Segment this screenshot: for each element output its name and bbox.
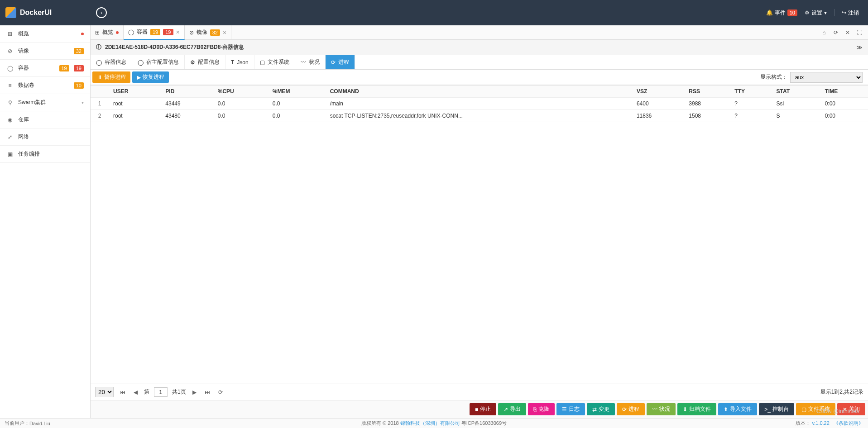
- subtab-4[interactable]: ▢文件系统: [254, 55, 295, 69]
- close-tab-button[interactable]: ✕: [843, 28, 853, 38]
- page-size-select[interactable]: 20: [95, 387, 114, 397]
- action-button-0[interactable]: ■停止: [470, 403, 496, 415]
- close-icon[interactable]: ×: [223, 29, 226, 36]
- action-button-11[interactable]: ✕关闭: [837, 403, 865, 415]
- action-button-7[interactable]: ⬇归档文件: [677, 403, 716, 415]
- column-header[interactable]: TIME: [820, 86, 868, 98]
- subtab-2[interactable]: ⚙配置信息: [185, 55, 225, 69]
- first-page-button[interactable]: ⏮: [118, 388, 127, 396]
- expand-button[interactable]: ≫: [857, 44, 863, 51]
- page-input[interactable]: [154, 387, 168, 397]
- column-header[interactable]: VSZ: [632, 86, 684, 98]
- action-label: 关闭: [849, 405, 860, 413]
- subtab-5[interactable]: 〰状况: [295, 55, 326, 69]
- refresh-button[interactable]: ⟳: [831, 28, 841, 38]
- tab-icon: ⊘: [189, 29, 194, 36]
- events-button[interactable]: 🔔 事件 10: [766, 9, 797, 17]
- prev-page-button[interactable]: ◀: [132, 388, 139, 396]
- chevron-down-icon: ▾: [82, 100, 84, 105]
- tab-1[interactable]: ◯容器1919×: [124, 25, 185, 40]
- column-header[interactable]: COMMAND: [326, 86, 632, 98]
- tab-label: 容器: [137, 28, 148, 36]
- subtab-6[interactable]: ⟳进程: [326, 55, 355, 69]
- column-header[interactable]: RSS: [684, 86, 730, 98]
- action-label: 导出: [510, 405, 521, 413]
- row-index: 1: [91, 98, 109, 110]
- tab-0[interactable]: ⊞概览: [91, 25, 124, 40]
- action-button-6[interactable]: 〰状况: [647, 403, 676, 415]
- sidebar-item-5[interactable]: ◉仓库: [0, 111, 90, 128]
- version-link[interactable]: v.1.0.22: [812, 420, 830, 426]
- format-select[interactable]: aux: [790, 72, 863, 83]
- sidebar-item-7[interactable]: ▣任务编排: [0, 146, 90, 163]
- subtab-label: 宿主配置信息: [146, 58, 179, 66]
- sidebar-item-2[interactable]: ◯容器1919: [0, 60, 90, 77]
- action-button-4[interactable]: ⇄变更: [587, 403, 615, 415]
- tab-actions: ⌂ ⟳ ✕ ⛶: [819, 28, 868, 38]
- back-button[interactable]: ‹: [96, 7, 107, 18]
- sidebar-label: Swarm集群: [18, 99, 77, 106]
- action-button-3[interactable]: ☰日志: [556, 403, 585, 415]
- action-button-10[interactable]: ▢文件系统: [796, 403, 835, 415]
- close-icon[interactable]: ×: [176, 29, 180, 36]
- pause-label: 暂停进程: [104, 73, 126, 81]
- sidebar-icon: ⊘: [6, 48, 14, 54]
- settings-label: 设置: [811, 9, 822, 17]
- column-header[interactable]: [91, 86, 109, 98]
- refresh-page-button[interactable]: ⟳: [216, 388, 225, 396]
- status-dot: [81, 33, 84, 35]
- column-header[interactable]: %MEM: [268, 86, 326, 98]
- sidebar-icon: ⤢: [6, 134, 14, 140]
- terms-link[interactable]: 《条款说明》: [834, 420, 863, 426]
- action-label: 状况: [659, 405, 670, 413]
- pause-process-button[interactable]: ⏸ 暂停进程: [92, 71, 130, 83]
- action-button-2[interactable]: ⎘克隆: [528, 403, 555, 415]
- company-link[interactable]: 锦翰科技（深圳）有限公司: [400, 420, 460, 426]
- subtab-1[interactable]: ◯宿主配置信息: [132, 55, 185, 69]
- sidebar-item-3[interactable]: ≡数据卷10: [0, 77, 90, 94]
- tab-2[interactable]: ⊘镜像32×: [185, 25, 231, 40]
- sidebar-icon: ◉: [6, 117, 14, 123]
- sidebar-item-0[interactable]: ⊞概览: [0, 25, 90, 43]
- action-button-1[interactable]: ↗导出: [498, 403, 526, 415]
- play-icon: ▶: [137, 74, 141, 81]
- table-row[interactable]: 2root434800.00.0socat TCP-LISTEN:2735,re…: [91, 110, 868, 122]
- subtab-3[interactable]: TJson: [225, 55, 254, 69]
- next-page-button[interactable]: ▶: [191, 388, 198, 396]
- tab-label: 概览: [102, 29, 113, 36]
- column-header[interactable]: PID: [161, 86, 213, 98]
- caret-down-icon: ▾: [824, 10, 827, 16]
- subtab-label: 配置信息: [198, 58, 220, 66]
- action-icon: ↗: [504, 406, 508, 413]
- top-bar: DockerUI ‹ 🔔 事件 10 ⚙ 设置 ▾ ↪ 注销: [0, 0, 868, 25]
- sidebar-item-4[interactable]: ⚲Swarm集群▾: [0, 94, 90, 111]
- action-button-8[interactable]: ⬆导入文件: [718, 403, 757, 415]
- gear-icon: ⚙: [805, 10, 810, 16]
- footer: 当前用户： David.Liu 版权所有 © 2018 锦翰科技（深圳）有限公司…: [0, 418, 868, 428]
- cell-stat: S: [772, 110, 820, 122]
- settings-button[interactable]: ⚙ 设置 ▾: [805, 9, 827, 17]
- fullscreen-button[interactable]: ⛶: [854, 28, 864, 38]
- action-button-9[interactable]: >_控制台: [759, 403, 794, 415]
- last-page-button[interactable]: ⏭: [203, 388, 212, 396]
- cell-tty: ?: [730, 98, 772, 110]
- column-header[interactable]: %CPU: [213, 86, 268, 98]
- footer-right: 版本： v.1.0.22 《条款说明》: [796, 420, 863, 427]
- app-logo-icon: [5, 7, 16, 18]
- table-row[interactable]: 1root434490.00.0/main64003988?Ssl0:00: [91, 98, 868, 110]
- column-header[interactable]: STAT: [772, 86, 820, 98]
- action-button-5[interactable]: ⟳进程: [617, 403, 645, 415]
- sidebar-item-6[interactable]: ⤢网络: [0, 128, 90, 146]
- action-icon: ⬇: [683, 406, 687, 413]
- column-header[interactable]: USER: [109, 86, 161, 98]
- action-icon: ⬆: [724, 406, 728, 413]
- logout-button[interactable]: ↪ 注销: [842, 9, 859, 17]
- resume-process-button[interactable]: ▶ 恢复进程: [132, 71, 169, 83]
- column-header[interactable]: TTY: [730, 86, 772, 98]
- sidebar-item-1[interactable]: ⊘镜像32: [0, 43, 90, 60]
- home-button[interactable]: ⌂: [819, 28, 829, 38]
- cell-command: socat TCP-LISTEN:2735,reuseaddr,fork UNI…: [326, 110, 632, 122]
- pause-icon: ⏸: [97, 74, 102, 81]
- subtab-0[interactable]: ◯容器信息: [91, 55, 132, 69]
- sidebar-label: 镜像: [18, 47, 69, 55]
